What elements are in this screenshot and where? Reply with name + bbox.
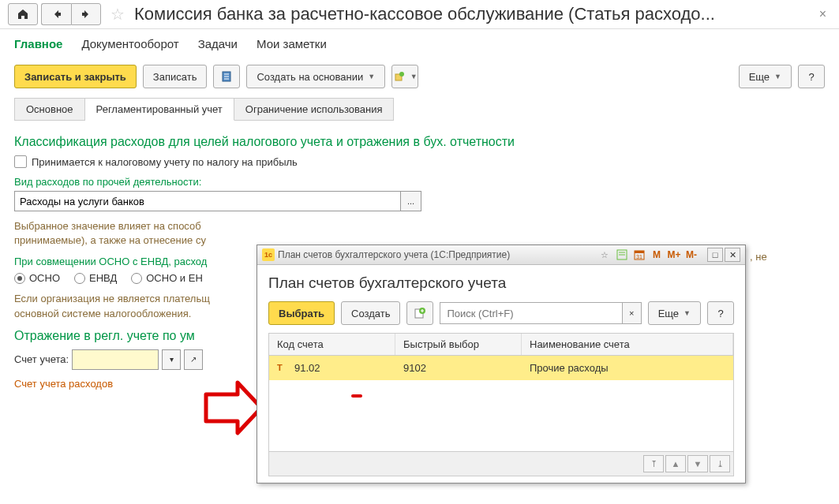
attach-icon <box>393 70 406 83</box>
home-icon <box>17 8 29 21</box>
grid-last-button[interactable]: ⤓ <box>710 455 730 472</box>
list-icon <box>220 70 233 83</box>
cell-quick: 9102 <box>395 356 522 380</box>
t-account-icon: T <box>277 363 288 374</box>
tab-tasks[interactable]: Задачи <box>198 37 238 50</box>
calculator-icon <box>616 249 627 260</box>
expense-type-input[interactable] <box>14 191 401 211</box>
dialog-help-button[interactable]: ? <box>707 301 734 325</box>
tax-accounting-checkbox[interactable] <box>14 155 27 168</box>
window-close-button[interactable]: ✕ <box>725 248 740 262</box>
favorite-star-icon[interactable]: ☆ <box>110 5 125 24</box>
account-dropdown-button[interactable]: ▾ <box>162 349 181 370</box>
save-close-button[interactable]: Записать и закрыть <box>14 65 137 88</box>
dialog-more-button[interactable]: Еще ▼ <box>648 301 701 325</box>
radio-osno-envd-label: ОСНО и ЕН <box>146 272 203 284</box>
grid-down-button[interactable]: ▼ <box>687 455 708 472</box>
tab-notes[interactable]: Мои заметки <box>257 37 327 50</box>
account-open-button[interactable]: ↗ <box>184 349 203 370</box>
attachment-button[interactable]: ▼ <box>391 65 418 88</box>
table-row[interactable]: T 91.02 9102 Прочие расходы <box>269 356 733 380</box>
close-page-button[interactable]: × <box>815 7 831 21</box>
search-clear-button[interactable]: × <box>623 302 642 324</box>
dialog-heading: План счетов бухгалтерского учета <box>268 274 734 292</box>
tb-m-button[interactable]: M <box>649 248 665 262</box>
report-button[interactable] <box>213 65 240 88</box>
calendar-icon: 31 <box>634 249 645 260</box>
col-code[interactable]: Код счета <box>269 334 395 355</box>
tb-calc-icon[interactable] <box>614 248 630 262</box>
classification-heading: Классификация расходов для целей налогов… <box>14 135 825 149</box>
more-label: Еще <box>749 71 770 83</box>
col-quick[interactable]: Быстрый выбор <box>395 334 522 355</box>
select-button[interactable]: Выбрать <box>268 301 335 325</box>
forward-button[interactable] <box>71 3 101 25</box>
tab-docflow[interactable]: Документооборот <box>81 37 178 50</box>
hint-tail: , не <box>750 251 767 263</box>
grid-up-button[interactable]: ▲ <box>665 455 686 472</box>
expense-type-label: Вид расходов по прочей деятельности: <box>14 176 825 188</box>
cell-code: 91.02 <box>294 362 320 374</box>
page-title: Комиссия банка за расчетно-кассовое обсл… <box>134 4 811 24</box>
tb-calendar-icon[interactable]: 31 <box>631 248 647 262</box>
tb-favorite-icon[interactable]: ☆ <box>597 248 612 262</box>
col-name[interactable]: Наименование счета <box>522 334 733 355</box>
hint-text-1: Выбранное значение влияет на способ прин… <box>14 219 825 248</box>
radio-envd[interactable]: ЕНВД <box>74 272 117 284</box>
tb-mplus-button[interactable]: M+ <box>666 248 682 262</box>
subtab-basic[interactable]: Основное <box>14 98 85 121</box>
help-button[interactable]: ? <box>798 65 825 88</box>
grid-first-button[interactable]: ⤒ <box>643 455 664 472</box>
radio-envd-label: ЕНВД <box>89 272 117 284</box>
account-input[interactable] <box>72 349 159 370</box>
radio-icon <box>74 273 85 284</box>
radio-osno-envd[interactable]: ОСНО и ЕН <box>131 272 203 284</box>
dialog-more-label: Еще <box>658 308 679 319</box>
chevron-down-icon: ▼ <box>368 73 375 80</box>
tab-main[interactable]: Главное <box>14 37 62 50</box>
create-button[interactable]: Создать <box>341 301 400 325</box>
subtab-restriction[interactable]: Ограничение использования <box>234 98 395 121</box>
home-button[interactable] <box>8 3 38 25</box>
expense-type-select-button[interactable]: ... <box>401 191 421 211</box>
app-logo-icon: 1c <box>262 248 275 261</box>
chevron-down-icon: ▼ <box>684 309 691 317</box>
arrow-right-icon <box>80 8 92 21</box>
create-on-basis-label: Создать на основании <box>257 71 363 83</box>
create-on-basis-button[interactable]: Создать на основании ▼ <box>246 65 385 88</box>
tax-accounting-label: Принимается к налоговому учету по налогу… <box>32 156 298 168</box>
chart-of-accounts-dialog: 1c План счетов бухгалтерского учета (1С:… <box>257 245 746 483</box>
search-input[interactable] <box>440 302 622 324</box>
cell-name: Прочие расходы <box>522 356 733 380</box>
window-maximize-button[interactable]: □ <box>707 248 723 262</box>
dialog-title: План счетов бухгалтерского учета (1С:Пре… <box>278 249 594 260</box>
back-button[interactable] <box>41 3 71 25</box>
add-item-button[interactable] <box>406 301 433 325</box>
radio-osno[interactable]: ОСНО <box>14 272 60 284</box>
annotation-underline-icon <box>351 394 362 398</box>
account-label: Счет учета: <box>14 353 69 365</box>
svg-text:31: 31 <box>636 254 642 259</box>
accounts-grid: Код счета Быстрый выбор Наименование сче… <box>268 333 734 476</box>
svg-rect-10 <box>635 251 644 253</box>
subtab-regulated[interactable]: Регламентированный учет <box>85 98 234 121</box>
arrow-left-icon <box>51 8 63 21</box>
svg-point-5 <box>399 72 404 77</box>
save-button[interactable]: Записать <box>143 65 208 88</box>
add-icon <box>414 307 426 319</box>
tb-mminus-button[interactable]: M- <box>684 248 699 262</box>
radio-icon <box>131 273 142 284</box>
chevron-down-icon: ▼ <box>410 73 418 80</box>
radio-osno-label: ОСНО <box>29 272 60 284</box>
more-button[interactable]: Еще ▼ <box>739 65 792 88</box>
chevron-down-icon: ▼ <box>774 73 781 80</box>
radio-icon <box>14 273 25 284</box>
